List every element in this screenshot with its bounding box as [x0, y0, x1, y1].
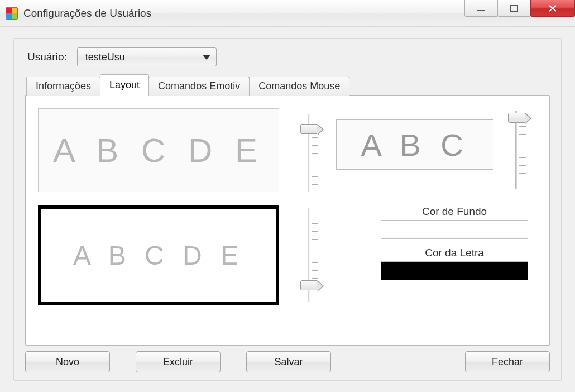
- button-bar: Novo Excluir Salvar Fechar: [25, 351, 550, 372]
- maximize-button[interactable]: [497, 0, 531, 17]
- tab-page-layout: A B C D E A B C A B C D E Cor de Fundo C…: [25, 95, 550, 346]
- fg-color-label: Cor da Letra: [371, 247, 538, 259]
- delete-button[interactable]: Excluir: [136, 351, 221, 372]
- app-icon: [6, 7, 18, 20]
- close-icon: [547, 4, 558, 12]
- window-title: Configurações de Usuários: [23, 7, 151, 20]
- chevron-down-icon: [203, 55, 210, 60]
- save-button[interactable]: Salvar: [246, 351, 331, 372]
- bg-color-picker[interactable]: [381, 220, 528, 239]
- slider-font-size-1[interactable]: [296, 114, 322, 192]
- font-preview-large: A B C D E: [38, 108, 279, 192]
- close-panel-button[interactable]: Fechar: [465, 351, 550, 372]
- tab-strip: Informações Layout Comandos Emotiv Coman…: [26, 74, 550, 96]
- tab-layout[interactable]: Layout: [100, 74, 149, 96]
- new-button[interactable]: Novo: [25, 351, 110, 372]
- slider-thumb-icon: [300, 280, 318, 290]
- font-preview-small: A B C: [336, 119, 493, 170]
- user-combobox[interactable]: testeUsu: [77, 47, 217, 66]
- title-bar: Configurações de Usuários: [0, 0, 575, 27]
- user-selected-value: testeUsu: [85, 51, 125, 63]
- slider-font-size-2[interactable]: [504, 111, 529, 189]
- slider-border-size[interactable]: [296, 208, 322, 302]
- tab-comandos-emotiv[interactable]: Comandos Emotiv: [148, 77, 250, 96]
- svg-rect-1: [510, 6, 518, 11]
- font-preview-outlined: A B C D E: [38, 205, 279, 305]
- window-controls: [465, 0, 575, 26]
- main-panel: Usuário: testeUsu Informações Layout Com…: [13, 38, 562, 381]
- slider-thumb-icon: [508, 113, 526, 123]
- close-button[interactable]: [530, 0, 575, 17]
- minimize-button[interactable]: [464, 0, 498, 17]
- tab-informacoes[interactable]: Informações: [26, 77, 100, 96]
- bg-color-label: Cor de Fundo: [371, 205, 538, 218]
- minimize-icon: [476, 4, 486, 12]
- tab-comandos-mouse[interactable]: Comandos Mouse: [249, 77, 349, 96]
- slider-thumb-icon: [300, 124, 318, 134]
- fg-color-picker[interactable]: [381, 261, 528, 280]
- user-label: Usuário:: [27, 51, 67, 63]
- maximize-icon: [509, 4, 519, 12]
